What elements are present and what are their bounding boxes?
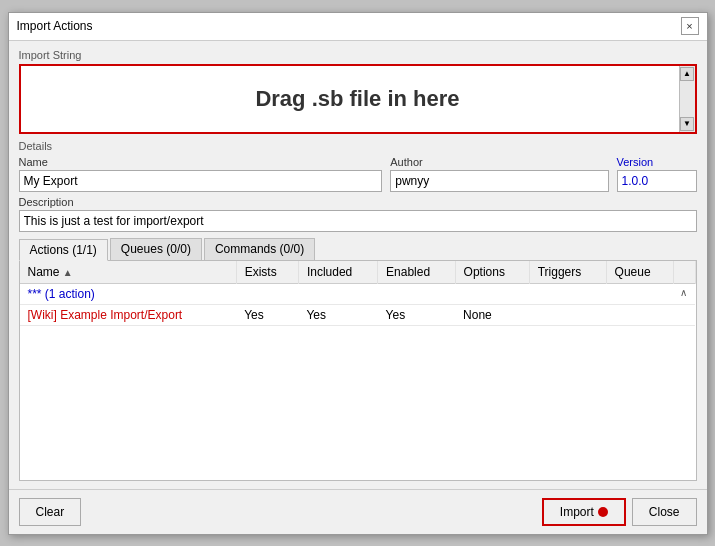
- description-input[interactable]: [19, 210, 697, 232]
- table-row: [Wiki] Example Import/Export Yes Yes Yes…: [20, 304, 696, 325]
- version-label: Version: [617, 156, 697, 168]
- drag-drop-text: Drag .sb file in here: [255, 86, 459, 112]
- import-string-area[interactable]: Drag .sb file in here ▲ ▼: [19, 64, 697, 134]
- tabs-row: Actions (1/1) Queues (0/0) Commands (0/0…: [19, 238, 697, 261]
- scroll-up-btn[interactable]: ▲: [680, 67, 694, 81]
- tab-actions[interactable]: Actions (1/1): [19, 239, 108, 261]
- col-name: Name ▲: [20, 261, 237, 284]
- tab-queues[interactable]: Queues (0/0): [110, 238, 202, 260]
- scroll-down-btn[interactable]: ▼: [680, 117, 694, 131]
- group-name-text: *** (1 action): [28, 287, 95, 301]
- col-queue: Queue: [606, 261, 673, 284]
- table-header-row: Name ▲ Exists Included Enabled Options T…: [20, 261, 696, 284]
- details-row-1: Name Author Version: [19, 156, 697, 192]
- action-included-cell: Yes: [298, 304, 377, 325]
- description-group: Description: [19, 196, 697, 232]
- action-queue-cell: [606, 304, 673, 325]
- name-input[interactable]: [19, 170, 383, 192]
- table-group-row: *** (1 action) ∧: [20, 283, 696, 304]
- author-input[interactable]: [390, 170, 608, 192]
- close-button[interactable]: Close: [632, 498, 697, 526]
- col-options: Options: [455, 261, 529, 284]
- import-button[interactable]: Import: [542, 498, 626, 526]
- import-actions-window: Import Actions × Import String Drag .sb …: [8, 12, 708, 535]
- author-field-group: Author: [390, 156, 608, 192]
- window-body: Import String Drag .sb file in here ▲ ▼ …: [9, 41, 707, 489]
- action-options-cell: None: [455, 304, 529, 325]
- window-close-button[interactable]: ×: [681, 17, 699, 35]
- import-button-label: Import: [560, 505, 594, 519]
- actions-table: Name ▲ Exists Included Enabled Options T…: [20, 261, 696, 326]
- action-name-cell: [Wiki] Example Import/Export: [20, 304, 237, 325]
- action-exists-cell: Yes: [236, 304, 298, 325]
- sort-arrow-icon: ▲: [63, 267, 73, 278]
- scrollbar: ▲ ▼: [679, 66, 695, 132]
- col-included: Included: [298, 261, 377, 284]
- action-triggers-cell: [529, 304, 606, 325]
- right-buttons: Import Close: [542, 498, 697, 526]
- title-bar: Import Actions ×: [9, 13, 707, 41]
- name-label: Name: [19, 156, 383, 168]
- col-extra: [673, 261, 695, 284]
- tab-commands[interactable]: Commands (0/0): [204, 238, 315, 260]
- import-dot-icon: [598, 507, 608, 517]
- action-enabled-cell: Yes: [378, 304, 455, 325]
- clear-button[interactable]: Clear: [19, 498, 82, 526]
- version-field-group: Version: [617, 156, 697, 192]
- col-exists: Exists: [236, 261, 298, 284]
- details-label: Details: [19, 140, 697, 152]
- name-field-group: Name: [19, 156, 383, 192]
- col-triggers: Triggers: [529, 261, 606, 284]
- action-extra-cell: [673, 304, 695, 325]
- description-label: Description: [19, 196, 697, 208]
- col-enabled: Enabled: [378, 261, 455, 284]
- author-label: Author: [390, 156, 608, 168]
- group-name-cell: *** (1 action) ∧: [20, 283, 696, 304]
- window-title: Import Actions: [17, 19, 93, 33]
- action-name-text: [Wiki] Example Import/Export: [28, 308, 183, 322]
- group-chevron-icon[interactable]: ∧: [680, 287, 687, 298]
- details-section: Details Name Author Version Description: [19, 140, 697, 232]
- bottom-bar: Clear Import Close: [9, 489, 707, 534]
- tab-content-actions: Name ▲ Exists Included Enabled Options T…: [19, 261, 697, 481]
- version-input[interactable]: [617, 170, 697, 192]
- import-string-label: Import String: [19, 49, 697, 61]
